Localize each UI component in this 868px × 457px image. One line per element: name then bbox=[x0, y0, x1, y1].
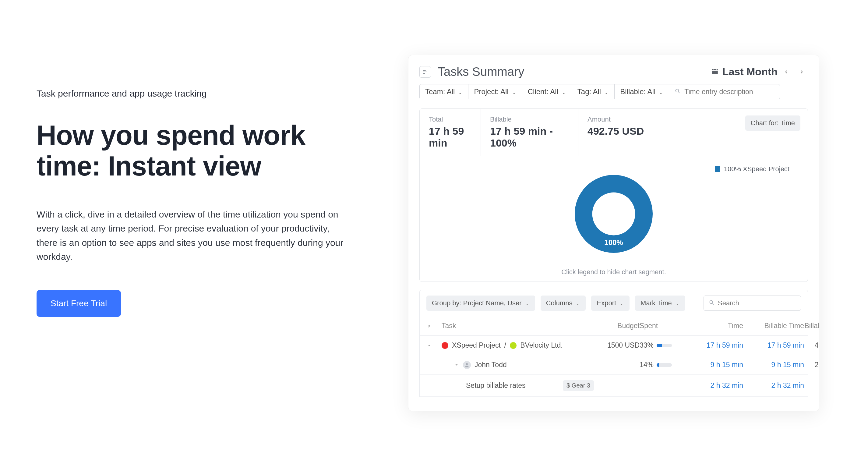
cell-time[interactable]: 2 h 32 min bbox=[691, 382, 743, 390]
columns-label: Columns bbox=[546, 299, 572, 307]
date-next-button[interactable] bbox=[795, 65, 808, 78]
chevron-down-icon bbox=[575, 301, 580, 306]
cell-billable-time[interactable]: 17 h 59 min bbox=[743, 341, 804, 349]
marketing-column: Task performance and app usage tracking … bbox=[36, 55, 372, 427]
search-icon bbox=[709, 299, 715, 307]
user-avatar-icon bbox=[463, 361, 471, 369]
stat-amount: Amount 492.75 USD bbox=[578, 109, 745, 156]
filter-project[interactable]: Project: All bbox=[468, 84, 522, 99]
filter-team[interactable]: Team: All bbox=[420, 84, 468, 99]
filter-search-input[interactable] bbox=[684, 88, 774, 96]
spent-pct: 33% bbox=[640, 341, 654, 349]
spent-pct: 14% bbox=[640, 361, 654, 369]
cell-spent: 14% bbox=[640, 361, 691, 369]
panel-title: Tasks Summary bbox=[438, 65, 524, 79]
task-divider: / bbox=[504, 341, 506, 349]
svg-rect-2 bbox=[716, 68, 717, 69]
mark-time-label: Mark Time bbox=[641, 299, 672, 307]
collapse-all-icon[interactable] bbox=[426, 323, 432, 329]
row-toggle-icon[interactable] bbox=[426, 343, 432, 348]
stat-amount-label: Amount bbox=[588, 116, 736, 123]
svg-rect-0 bbox=[712, 69, 718, 74]
stat-billable: Billable 17 h 59 min - 100% bbox=[480, 109, 578, 156]
date-range-button[interactable]: Last Month bbox=[711, 66, 778, 78]
svg-point-8 bbox=[710, 300, 713, 303]
cell-budget: 1500 USD bbox=[594, 341, 640, 349]
task-name: Setup billable rates bbox=[466, 382, 526, 390]
task-cell[interactable]: Setup billable rates $ Gear 3 bbox=[442, 380, 594, 391]
filter-team-label: Team: All bbox=[425, 87, 455, 96]
filter-search[interactable] bbox=[669, 84, 780, 99]
chart-for-label: Chart for: Time bbox=[745, 116, 800, 131]
mark-time-button[interactable]: Mark Time bbox=[635, 296, 685, 311]
export-button[interactable]: Export bbox=[591, 296, 629, 311]
cell-time[interactable]: 17 h 59 min bbox=[691, 341, 743, 349]
cell-billable-amount: 492.75 USD bbox=[804, 341, 819, 349]
start-free-trial-button[interactable]: Start Free Trial bbox=[36, 290, 121, 317]
summary-stats: Total 17 h 59 min Billable 17 h 59 min -… bbox=[420, 109, 808, 156]
filter-client-label: Client: All bbox=[528, 87, 558, 96]
chevron-down-icon bbox=[658, 89, 663, 94]
cell-billable-time[interactable]: 9 h 15 min bbox=[743, 361, 804, 369]
svg-point-10 bbox=[466, 363, 468, 365]
task-client: BVelocity Ltd. bbox=[520, 341, 562, 349]
table-toolbar: Group by: Project Name, User Columns Exp… bbox=[420, 290, 808, 316]
chart-area: 100% XSpeed Project 100% Click legend to… bbox=[420, 156, 808, 281]
filter-billable[interactable]: Billable: All bbox=[615, 84, 669, 99]
chevron-down-icon bbox=[561, 89, 566, 94]
th-billable-amount: Billable Amount bbox=[804, 322, 819, 330]
cell-billable-time[interactable]: 2 h 32 min bbox=[743, 382, 804, 390]
cell-billable-amount: 38.00 USD bbox=[804, 382, 819, 390]
description: With a click, dive in a detailed overvie… bbox=[36, 208, 347, 264]
cell-billable-amount: 208.75 USD bbox=[804, 361, 819, 369]
chevron-down-icon bbox=[675, 301, 680, 306]
chart-for-toggle[interactable]: Chart for: Time bbox=[745, 116, 800, 131]
cell-spent: 33% bbox=[640, 341, 691, 349]
stat-total: Total 17 h 59 min bbox=[420, 109, 480, 156]
stat-billable-label: Billable bbox=[490, 116, 569, 123]
panel-header: Tasks Summary Last Month bbox=[408, 55, 819, 84]
chart-hint: Click legend to hide chart segment. bbox=[561, 268, 666, 276]
panel-menu-icon[interactable] bbox=[420, 66, 431, 78]
client-dot-icon bbox=[510, 342, 517, 349]
tagline: Task performance and app usage tracking bbox=[36, 88, 372, 99]
stat-amount-value: 492.75 USD bbox=[588, 125, 736, 137]
chart-legend[interactable]: 100% XSpeed Project bbox=[715, 165, 789, 173]
date-prev-button[interactable] bbox=[780, 65, 793, 78]
svg-line-5 bbox=[679, 92, 680, 93]
table-search[interactable] bbox=[704, 296, 801, 311]
filter-tag[interactable]: Tag: All bbox=[572, 84, 615, 99]
task-user: John Todd bbox=[474, 361, 507, 369]
svg-rect-1 bbox=[713, 68, 713, 69]
table-header: Task Budget Spent Time Billable Time Bil… bbox=[420, 316, 808, 336]
row-toggle-icon[interactable] bbox=[454, 362, 459, 368]
th-task: Task bbox=[442, 322, 594, 330]
th-billable-time: Billable Time bbox=[743, 322, 804, 330]
columns-button[interactable]: Columns bbox=[540, 296, 586, 311]
filter-client[interactable]: Client: All bbox=[522, 84, 572, 99]
th-spent: Spent bbox=[640, 322, 691, 330]
group-by-button[interactable]: Group by: Project Name, User bbox=[426, 296, 535, 311]
task-project: XSpeed Project bbox=[452, 341, 501, 349]
cell-time[interactable]: 9 h 15 min bbox=[691, 361, 743, 369]
tasks-summary-panel: Tasks Summary Last Month Team: All Pro bbox=[408, 55, 819, 411]
filter-project-label: Project: All bbox=[474, 87, 508, 96]
th-budget: Budget bbox=[594, 322, 640, 330]
filter-tag-label: Tag: All bbox=[578, 87, 601, 96]
task-cell[interactable]: XSpeed Project / BVelocity Ltd. bbox=[442, 341, 594, 349]
table-row: Setup billable rates $ Gear 3 2 h 32 min… bbox=[420, 375, 808, 397]
summary-card: Total 17 h 59 min Billable 17 h 59 min -… bbox=[420, 109, 808, 282]
chevron-down-icon bbox=[512, 89, 517, 94]
table-row: XSpeed Project / BVelocity Ltd. 1500 USD… bbox=[420, 336, 808, 355]
chevron-down-icon bbox=[458, 89, 463, 94]
date-range-label: Last Month bbox=[722, 66, 778, 78]
legend-label: 100% XSpeed Project bbox=[724, 165, 789, 173]
headline: How you spend work time: Instant view bbox=[36, 120, 372, 182]
stat-total-label: Total bbox=[429, 116, 471, 123]
donut-percent-label: 100% bbox=[565, 238, 662, 247]
filter-billable-label: Billable: All bbox=[620, 87, 655, 96]
chevron-down-icon bbox=[525, 301, 530, 306]
task-cell[interactable]: John Todd bbox=[442, 361, 594, 369]
svg-rect-3 bbox=[712, 70, 718, 71]
table-search-input[interactable] bbox=[718, 299, 802, 307]
